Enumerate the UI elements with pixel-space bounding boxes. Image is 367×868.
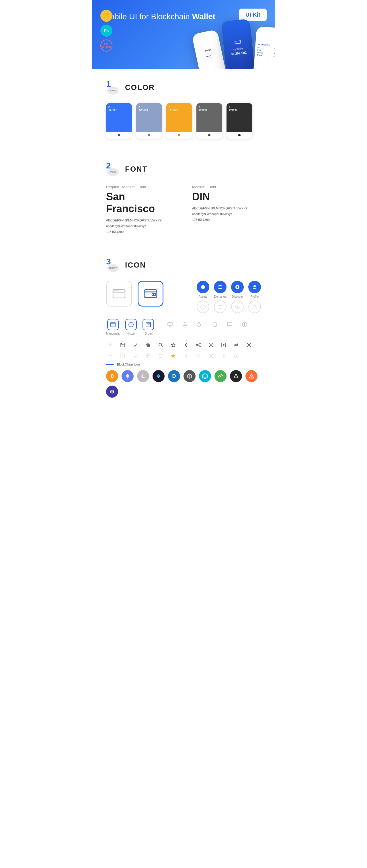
swatch-5-hex: #303030 [229, 105, 237, 111]
export-icon [220, 341, 228, 349]
svg-point-27 [213, 322, 217, 327]
plus-ghost-icon [106, 352, 114, 360]
wallet-filled-box [138, 281, 163, 307]
svg-point-50 [196, 344, 198, 345]
swatch-5-dot [238, 134, 241, 136]
din-numbers: 1234567890 [192, 217, 261, 223]
discover-label: Discover [232, 295, 243, 298]
svg-rect-5 [114, 290, 119, 291]
action-icons-row: Mangment History Order [106, 319, 261, 335]
svg-line-51 [198, 344, 199, 345]
grid-icon [144, 341, 152, 349]
exchange-outline-icon [214, 301, 227, 313]
swatch-5: #303030 [227, 103, 252, 138]
svg-point-16 [253, 305, 256, 307]
net-logo [199, 370, 211, 382]
exchange-label: Exchange [214, 295, 227, 298]
close-ghost-icon [207, 352, 215, 360]
font-section-header: 2 TWO FONT [106, 162, 261, 176]
order-label: Order [144, 332, 152, 335]
svg-point-11 [236, 286, 238, 288]
blockchain-label: BlockChain Icon [117, 363, 140, 366]
color-swatches: #3574FA #8DA0C8 #F5A623 #666666 [106, 103, 261, 138]
svg-point-26 [183, 322, 187, 324]
din-uppercase: ABCDEFGHIJKLMNOPQRSTUVWXYZ [192, 206, 261, 211]
font-num-label: TWO [110, 171, 116, 174]
sf-lowercase: abcdefghijklmnopqrstuvwxyz [106, 223, 175, 229]
svg-point-8 [153, 294, 154, 295]
profile-label: Profile [251, 295, 259, 298]
svg-marker-13 [201, 305, 205, 309]
list-ghost-icon [119, 352, 127, 360]
grid-ghost-icon [144, 352, 152, 360]
check-icon [131, 341, 139, 349]
search-icon [157, 341, 165, 349]
svg-rect-65 [146, 356, 148, 358]
phone-screen-right: $6,297,502.12 BTC +2.3% ETH +1.1% WAVES … [253, 26, 275, 69]
discover-icon [231, 281, 244, 293]
settings-icon [207, 341, 215, 349]
plus-icon [106, 341, 114, 349]
refresh-ghost-icon [157, 352, 165, 360]
phone-screen-left: Profile [192, 29, 227, 69]
svg-marker-9 [201, 285, 205, 289]
exchange-icon-box: Exchange [214, 281, 227, 298]
font-display: Regular · Medium · Bold San Francisco AB… [106, 185, 261, 235]
nav-icons-col: Assets Exchange Discover [197, 281, 261, 313]
phone-center: ▭ myWallet $6,297,502 [221, 19, 255, 69]
discover-outline-icon [231, 301, 244, 313]
font-section-num: 2 TWO [106, 162, 120, 176]
assets-icon [197, 281, 209, 293]
icon-num-label: THREE [109, 267, 117, 270]
assets-icon-box: Assets [197, 281, 209, 298]
svg-rect-38 [146, 343, 148, 345]
nav-icons-outline [197, 301, 261, 313]
profile-icon-box: Profile [248, 281, 261, 298]
forward-ghost-icon [220, 352, 228, 360]
font-section-title: FONT [125, 165, 148, 174]
svg-point-53 [210, 344, 212, 346]
back-icon [182, 341, 190, 349]
screens-label: 60+Screens [101, 43, 111, 49]
svg-point-15 [236, 306, 238, 308]
svg-rect-43 [148, 346, 149, 347]
nav-icons-filled: Assets Exchange Discover [197, 281, 261, 298]
svg-rect-44 [149, 346, 150, 347]
list-detail-icon [119, 341, 127, 349]
discover-icon-box: Discover [231, 281, 244, 298]
btc-logo: ₿ [106, 370, 118, 382]
phone-right: $6,297,502.12 BTC +2.3% ETH +1.1% WAVES … [253, 26, 275, 69]
management-label: Mangment [106, 332, 119, 335]
history-label: History [127, 332, 136, 335]
swatch-2: #8DA0C8 [136, 103, 162, 138]
iota-logo [230, 370, 242, 382]
ui-kit-badge: UI Kit [239, 9, 266, 21]
star-yellow-icon [169, 352, 177, 360]
swatch-4-dot [208, 134, 210, 136]
phone-screen-center: ▭ myWallet $6,297,502 [221, 19, 255, 69]
blockchain-divider: BlockChain Icon [106, 363, 261, 366]
svg-point-31 [244, 323, 245, 324]
svg-point-71 [236, 355, 236, 355]
color-section-header: 1 ONE COLOR [106, 80, 261, 95]
svg-marker-47 [171, 343, 175, 347]
history-icon [125, 319, 137, 330]
svg-rect-39 [148, 343, 150, 345]
hero-section: Mobile UI for Blockchain Wallet UI Kit P… [92, 0, 275, 69]
font-section: 2 TWO FONT Regular · Medium · Bold San F… [92, 150, 275, 246]
bat-logo [246, 370, 257, 382]
utility-icons-ghost [106, 352, 261, 360]
svg-rect-28 [227, 322, 232, 326]
screens-badge: 60+Screens [101, 39, 112, 52]
crypto-logos-row: ₿ Ł D [106, 370, 261, 398]
hero-phones: Profile ▭ myWallet $6,297,502 [195, 20, 275, 69]
arrows-ghost-icon [194, 352, 202, 360]
utility-icons-filled [106, 341, 261, 349]
svg-rect-25 [168, 322, 172, 326]
waves2-logo [215, 370, 227, 382]
color-section-num: 1 ONE [106, 80, 120, 95]
eth-logo [121, 370, 134, 382]
info-ghost-icon [232, 352, 240, 360]
din-name: DIN [192, 191, 261, 203]
swatch-1-hex: #3574FA [108, 105, 117, 111]
